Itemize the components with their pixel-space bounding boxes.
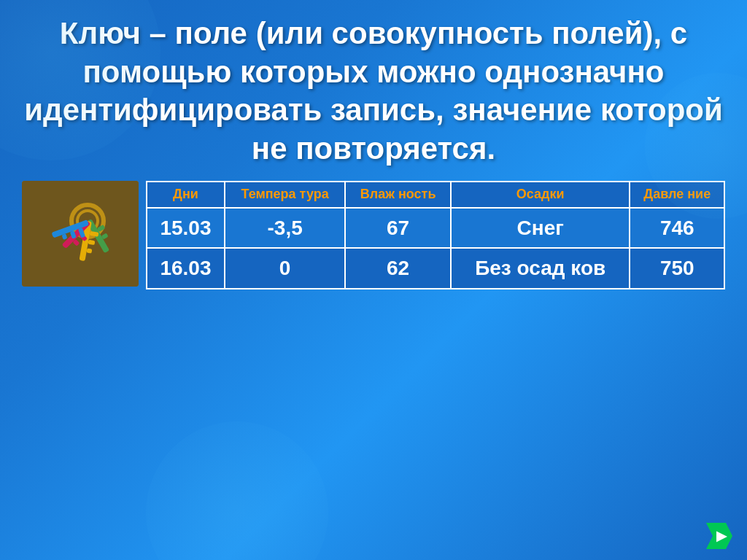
cell-precip-1: Снег: [451, 208, 630, 249]
table-row: 15.03 -3,5 67 Снег 746: [147, 208, 724, 249]
keys-image: [22, 181, 139, 287]
data-table-wrapper: Дни Темпера тура Влаж ность Осадки Давле…: [146, 181, 725, 289]
slide-title: Ключ – поле (или совокупность полей), с …: [22, 15, 725, 168]
content-area: Дни Темпера тура Влаж ность Осадки Давле…: [22, 181, 725, 289]
next-button[interactable]: ▶: [706, 523, 732, 549]
col-header-days: Дни: [147, 182, 225, 208]
cell-temp-2: 0: [225, 248, 345, 289]
next-button-icon: ▶: [716, 528, 727, 544]
col-header-pressure: Давле ние: [630, 182, 724, 208]
table-header-row: Дни Темпера тура Влаж ность Осадки Давле…: [147, 182, 724, 208]
bg-decor-3: [146, 421, 328, 560]
col-header-temp: Темпера тура: [225, 182, 345, 208]
slide: Ключ – поле (или совокупность полей), с …: [0, 0, 747, 560]
svg-rect-17: [22, 181, 139, 287]
cell-precip-2: Без осад ков: [451, 248, 630, 289]
cell-humidity-2: 62: [345, 248, 451, 289]
cell-pressure-2: 750: [630, 248, 724, 289]
cell-pressure-1: 746: [630, 208, 724, 249]
cell-date-2: 16.03: [147, 248, 225, 289]
cell-humidity-1: 67: [345, 208, 451, 249]
cell-date-1: 15.03: [147, 208, 225, 249]
col-header-humidity: Влаж ность: [345, 182, 451, 208]
cell-temp-1: -3,5: [225, 208, 345, 249]
data-table: Дни Темпера тура Влаж ность Осадки Давле…: [146, 181, 725, 289]
table-row: 16.03 0 62 Без осад ков 750: [147, 248, 724, 289]
col-header-precip: Осадки: [451, 182, 630, 208]
